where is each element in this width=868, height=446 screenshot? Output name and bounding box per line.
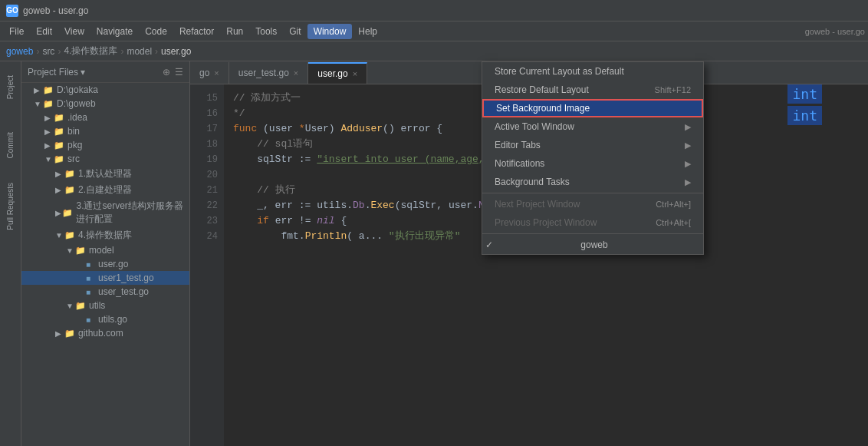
file-tree-title: Project Files ▾: [28, 67, 85, 78]
tab-go[interactable]: go ×: [190, 62, 229, 84]
tree-item-bin[interactable]: ▶ 📁 bin: [21, 124, 189, 138]
tree-label: 4.操作数据库: [78, 229, 132, 242]
menu-set-bg-image[interactable]: Set Background Image: [482, 99, 703, 117]
editor-area: go × user_test.go × user.go × 15 16 17 1…: [190, 61, 868, 446]
tree-label: D:\gokaka: [57, 84, 98, 95]
locate-icon[interactable]: ⊕: [163, 67, 170, 78]
tree-label: utils.go: [98, 314, 127, 325]
tree-item-utilsgo[interactable]: ▶ ■ utils.go: [21, 312, 189, 326]
tree-label: model: [89, 245, 114, 256]
menu-separator-2: [482, 233, 703, 234]
menu-editor-tabs-label: Editor Tabs: [495, 140, 541, 150]
menu-notifications-label: Notifications: [495, 158, 544, 169]
project-panel-btn[interactable]: Project: [2, 64, 19, 111]
breadcrumb: goweb › src › 4.操作数据库 › model › user.go: [0, 41, 868, 61]
menu-notifications[interactable]: Notifications ▶: [482, 154, 703, 173]
menu-prev-window-label: Previous Project Window: [495, 217, 597, 228]
menu-code[interactable]: Code: [139, 24, 173, 39]
menu-help[interactable]: Help: [352, 24, 383, 39]
line-numbers: 15 16 17 18 19 20 21 22 23 24: [190, 84, 224, 446]
tree-label: D:\goweb: [57, 98, 96, 109]
menu-restore-layout-shortcut: Shift+F12: [655, 85, 691, 94]
breadcrumb-model[interactable]: model: [127, 46, 152, 57]
menu-window[interactable]: Window: [307, 24, 353, 39]
menu-background-tasks-label: Background Tasks: [495, 177, 570, 187]
menu-file[interactable]: File: [3, 24, 30, 39]
tree-label: utils: [89, 300, 105, 311]
tree-item-utils[interactable]: ▼ 📁 utils: [21, 299, 189, 312]
menu-separator-1: [482, 193, 703, 193]
menu-prev-window[interactable]: Previous Project Window Ctrl+Alt+[: [482, 213, 703, 232]
menu-restore-layout-label: Restore Default Layout: [495, 84, 589, 95]
tree-item-goweb[interactable]: ▼ 📁 D:\goweb: [21, 97, 189, 111]
breadcrumb-goweb[interactable]: goweb: [6, 46, 33, 57]
tree-item-model[interactable]: ▼ 📁 model: [21, 243, 189, 257]
file-tree-header: Project Files ▾ ⊕ ☰: [21, 61, 189, 83]
settings-icon[interactable]: ☰: [175, 67, 183, 78]
tab-user-test-close[interactable]: ×: [294, 68, 298, 78]
tree-item-idea[interactable]: ▶ 📁 .idea: [21, 111, 189, 124]
menu-git[interactable]: Git: [283, 24, 307, 39]
menu-next-window-shortcut: Ctrl+Alt+]: [656, 200, 691, 209]
menu-restore-layout[interactable]: Restore Default Layout Shift+F12: [482, 81, 703, 99]
menu-goweb[interactable]: ✓ goweb: [482, 236, 703, 254]
menu-store-layout[interactable]: Store Current Layout as Default: [482, 62, 703, 81]
tab-user-test[interactable]: user_test.go ×: [229, 62, 308, 84]
app-icon: GO: [6, 5, 18, 17]
tree-item-db[interactable]: ▼ 📁 4.操作数据库: [21, 227, 189, 243]
side-panel-icons: Project Commit Pull Requests: [0, 61, 21, 446]
file-tree: Project Files ▾ ⊕ ☰ ▶ 📁 D:\gokaka ▼ 📁 D:…: [21, 61, 190, 446]
tree-label: .idea: [67, 112, 87, 123]
menu-edit[interactable]: Edit: [30, 24, 58, 39]
menu-background-tasks[interactable]: Background Tasks ▶: [482, 173, 703, 191]
menu-tools[interactable]: Tools: [249, 24, 283, 39]
tab-user[interactable]: user.go ×: [308, 62, 367, 84]
menu-active-tool-window-arrow: ▶: [685, 122, 691, 132]
main-layout: Project Commit Pull Requests Project Fil…: [0, 61, 868, 446]
commit-panel-btn[interactable]: Commit: [2, 126, 19, 164]
tree-label: bin: [67, 126, 80, 137]
tree-item-usergo[interactable]: ▶ ■ user.go: [21, 257, 189, 271]
tree-label: 2.自建处理器: [78, 183, 132, 197]
menu-store-layout-label: Store Current Layout as Default: [495, 66, 624, 77]
menu-notifications-arrow: ▶: [685, 159, 691, 169]
tree-item-server[interactable]: ▶ 📁 3.通过server结构对服务器进行配置: [21, 198, 189, 227]
menu-view[interactable]: View: [58, 24, 90, 39]
check-icon: ✓: [485, 240, 495, 250]
tree-item-gokaka[interactable]: ▶ 📁 D:\gokaka: [21, 83, 189, 97]
tree-item-github[interactable]: ▶ 📁 github.com: [21, 326, 189, 340]
breadcrumb-folder[interactable]: 4.操作数据库: [64, 45, 117, 58]
tree-label: pkg: [67, 140, 82, 150]
tree-label: 1.默认处理器: [78, 167, 132, 180]
menu-background-tasks-arrow: ▶: [685, 177, 691, 187]
file-tree-actions: ⊕ ☰: [163, 67, 183, 78]
tree-item-src[interactable]: ▼ 📁 src: [21, 152, 189, 166]
menu-active-tool-window-label: Active Tool Window: [495, 121, 574, 132]
tree-item-handler1[interactable]: ▶ 📁 1.默认处理器: [21, 166, 189, 182]
tree-label: src: [67, 154, 80, 164]
tree-label: user1_test.go: [98, 273, 154, 283]
menu-set-bg-image-label: Set Background Image: [496, 103, 590, 114]
breadcrumb-src[interactable]: src: [42, 46, 54, 57]
menu-goweb-label: goweb: [580, 240, 607, 250]
tree-item-usertestgo[interactable]: ▶ ■ user_test.go: [21, 285, 189, 299]
tab-go-close[interactable]: ×: [214, 68, 219, 78]
menu-run[interactable]: Run: [220, 24, 249, 39]
pull-requests-btn[interactable]: Pull Requests: [2, 180, 19, 233]
title-bar: GO goweb - user.go: [0, 0, 868, 21]
window-dropdown-menu: Store Current Layout as Default Restore …: [482, 61, 704, 255]
breadcrumb-file[interactable]: user.go: [161, 46, 191, 57]
tree-item-user1testgo[interactable]: ▶ ■ user1_test.go: [21, 271, 189, 285]
menu-prev-window-shortcut: Ctrl+Alt+[: [656, 218, 691, 227]
tree-item-handler2[interactable]: ▶ 📁 2.自建处理器: [21, 182, 189, 198]
menu-editor-tabs[interactable]: Editor Tabs ▶: [482, 136, 703, 154]
project-name: goweb - user.go: [805, 27, 865, 36]
menu-refactor[interactable]: Refactor: [173, 24, 220, 39]
menu-editor-tabs-arrow: ▶: [685, 140, 691, 150]
tab-user-close[interactable]: ×: [353, 69, 357, 78]
menu-active-tool-window[interactable]: Active Tool Window ▶: [482, 117, 703, 136]
menu-next-window[interactable]: Next Project Window Ctrl+Alt+]: [482, 195, 703, 213]
tree-label: 3.通过server结构对服务器进行配置: [76, 200, 189, 226]
menu-navigate[interactable]: Navigate: [90, 24, 139, 39]
tree-item-pkg[interactable]: ▶ 📁 pkg: [21, 138, 189, 152]
